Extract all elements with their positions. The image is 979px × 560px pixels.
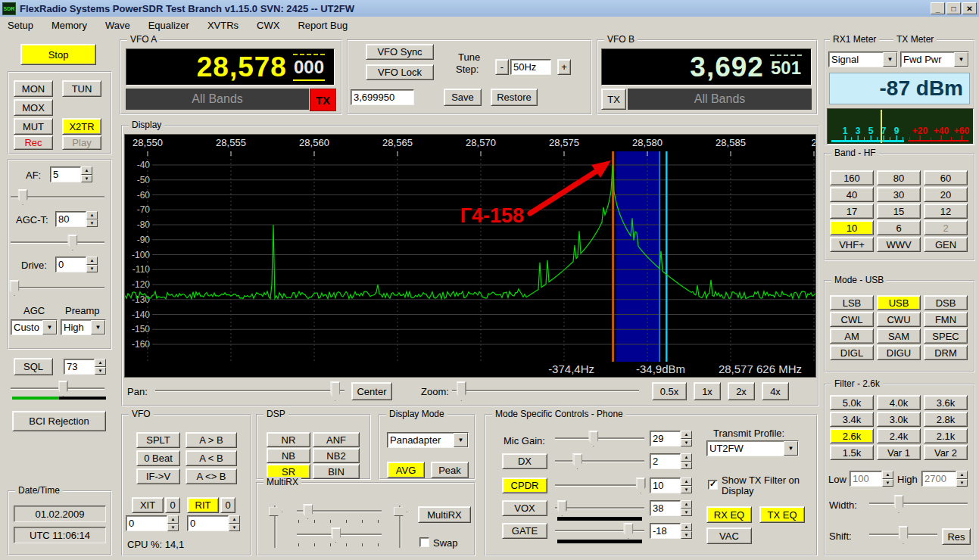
- nr-button[interactable]: NR: [267, 432, 310, 447]
- cpdr-button[interactable]: CPDR: [502, 478, 547, 493]
- filter-5k-button[interactable]: 5.0k: [830, 395, 874, 410]
- stop-button[interactable]: Stop: [20, 44, 96, 65]
- memory-frequency-input[interactable]: 3,699950: [351, 89, 414, 105]
- mode-am-button[interactable]: AM: [830, 328, 874, 344]
- vfoa-band-bar[interactable]: All Bands: [126, 89, 309, 110]
- dx-slider[interactable]: [555, 453, 644, 468]
- filter-3-4k-button[interactable]: 3.4k: [830, 412, 874, 427]
- tune-step-minus-button[interactable]: -: [495, 59, 509, 75]
- vox-slider[interactable]: [555, 500, 644, 515]
- vfoa-frequency-display[interactable]: 28,578 000: [126, 48, 335, 86]
- bci-rejection-button[interactable]: BCI Rejection: [12, 411, 106, 431]
- tx-meter-dropdown[interactable]: Fwd Pwr: [900, 51, 969, 67]
- menu-xvtrs[interactable]: XVTRs: [207, 20, 239, 31]
- dx-spinner[interactable]: 2: [650, 453, 692, 469]
- mode-usb-button[interactable]: USB: [877, 295, 921, 310]
- menu-memory[interactable]: Memory: [51, 20, 87, 31]
- preamp-dropdown[interactable]: High: [61, 319, 106, 335]
- a-to-b-button[interactable]: A > B: [186, 432, 237, 448]
- mode-dsb-button[interactable]: DSB: [924, 295, 968, 310]
- menu-cwx[interactable]: CWX: [257, 20, 279, 31]
- gate-spinner[interactable]: -18: [650, 523, 692, 539]
- sql-button[interactable]: SQL: [14, 358, 53, 375]
- nb-button[interactable]: NB: [267, 448, 310, 463]
- sql-spinner[interactable]: 73: [64, 359, 106, 375]
- zoom-2x-button[interactable]: 2x: [728, 382, 755, 400]
- filter-high-spinner[interactable]: 2700: [921, 471, 968, 487]
- zero-beat-button[interactable]: 0 Beat: [136, 450, 180, 466]
- panadapter-display[interactable]: 28,55028,55528,56028,56528,57028,57528,5…: [124, 134, 816, 378]
- band-60-button[interactable]: 60: [924, 170, 968, 185]
- vfob-tx-button[interactable]: TX: [601, 89, 626, 110]
- zoom-4x-button[interactable]: 4x: [762, 382, 789, 400]
- filter-var1-button[interactable]: Var 1: [877, 445, 921, 460]
- multirx-pan-right-slider[interactable]: [394, 506, 406, 548]
- band-40-button[interactable]: 40: [830, 187, 874, 202]
- band-vhf-button[interactable]: VHF+: [830, 237, 874, 252]
- band-15-button[interactable]: 15: [877, 204, 921, 219]
- filter-3-6k-button[interactable]: 3.6k: [924, 395, 968, 410]
- cpdr-slider[interactable]: [555, 478, 644, 492]
- if-to-v-button[interactable]: IF->V: [136, 468, 180, 484]
- pan-slider[interactable]: [155, 381, 345, 400]
- af-slider[interactable]: [11, 189, 104, 204]
- mic-gain-slider[interactable]: [555, 431, 644, 445]
- band-20-button[interactable]: 20: [924, 187, 968, 202]
- tune-step-plus-button[interactable]: +: [557, 59, 571, 75]
- swap-checkbox[interactable]: [419, 537, 429, 547]
- agct-spinner[interactable]: 80: [55, 211, 98, 227]
- sql-slider[interactable]: [11, 381, 104, 395]
- filter-reset-button[interactable]: Res: [942, 528, 971, 545]
- transmit-profile-dropdown[interactable]: UT2FW: [706, 440, 799, 456]
- xit-spinner[interactable]: 0: [126, 515, 179, 531]
- mode-digu-button[interactable]: DIGU: [877, 345, 921, 360]
- multirx-pan-slider[interactable]: [297, 527, 382, 541]
- cpdr-spinner[interactable]: 10: [650, 478, 692, 493]
- filter-1-5k-button[interactable]: 1.5k: [830, 445, 874, 460]
- mode-fmn-button[interactable]: FMN: [924, 312, 968, 327]
- mode-cwl-button[interactable]: CWL: [830, 312, 874, 327]
- mode-spec-button[interactable]: SPEC: [924, 328, 968, 344]
- vac-button[interactable]: VAC: [706, 527, 752, 544]
- gate-button[interactable]: GATE: [502, 523, 547, 539]
- vfo-sync-button[interactable]: VFO Sync: [366, 44, 434, 60]
- band-2-button[interactable]: 2: [924, 220, 968, 235]
- mox-button[interactable]: MOX: [14, 99, 53, 116]
- mode-digl-button[interactable]: DIGL: [830, 345, 874, 360]
- filter-2-1k-button[interactable]: 2.1k: [924, 428, 968, 443]
- band-160-button[interactable]: 160: [830, 170, 874, 185]
- rit-button[interactable]: RIT: [187, 497, 219, 513]
- split-button[interactable]: SPLT: [136, 432, 180, 448]
- nb2-button[interactable]: NB2: [313, 448, 360, 463]
- band-30-button[interactable]: 30: [877, 187, 921, 202]
- zoom-slider[interactable]: [452, 381, 639, 400]
- band-80-button[interactable]: 80: [877, 170, 921, 185]
- vox-button[interactable]: VOX: [502, 500, 547, 516]
- rit-spinner[interactable]: 0: [187, 515, 240, 531]
- close-button[interactable]: ✕: [962, 2, 977, 14]
- center-button[interactable]: Center: [351, 382, 392, 400]
- zoom-0-5x-button[interactable]: 0.5x: [652, 382, 687, 400]
- rx-eq-button[interactable]: RX EQ: [706, 506, 752, 523]
- mode-drm-button[interactable]: DRM: [924, 345, 968, 360]
- tx-eq-button[interactable]: TX EQ: [759, 506, 805, 523]
- mon-button[interactable]: MON: [14, 80, 53, 97]
- drive-slider[interactable]: [11, 280, 104, 294]
- mode-cwu-button[interactable]: CWU: [877, 312, 921, 327]
- dx-button[interactable]: DX: [502, 453, 547, 469]
- restore-button[interactable]: Restore: [491, 89, 538, 106]
- xit-zero-button[interactable]: 0: [165, 497, 180, 513]
- save-button[interactable]: Save: [444, 89, 482, 106]
- gate-slider[interactable]: [555, 523, 644, 537]
- filter-4k-button[interactable]: 4.0k: [877, 395, 921, 410]
- show-tx-filter-checkbox[interactable]: [708, 480, 718, 490]
- filter-2-8k-button[interactable]: 2.8k: [924, 412, 968, 427]
- band-gen-button[interactable]: GEN: [924, 237, 968, 252]
- xit-button[interactable]: XIT: [132, 497, 164, 513]
- zoom-1x-button[interactable]: 1x: [694, 382, 721, 400]
- multirx-pan-left-slider[interactable]: [269, 506, 281, 548]
- menu-setup[interactable]: Setup: [8, 20, 33, 31]
- multirx-button[interactable]: MultiRX: [418, 506, 471, 523]
- menu-report-bug[interactable]: Report Bug: [298, 20, 348, 31]
- drive-spinner[interactable]: 0: [55, 257, 98, 272]
